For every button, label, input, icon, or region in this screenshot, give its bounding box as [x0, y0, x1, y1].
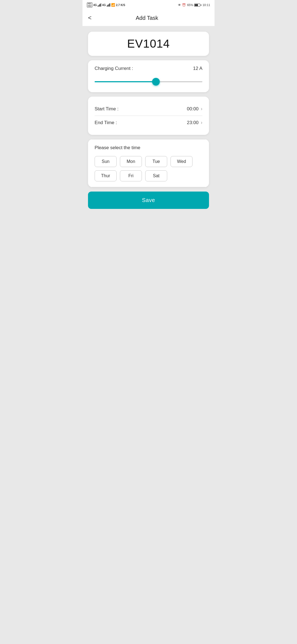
slider-container[interactable]: [95, 77, 202, 87]
status-right: 👁 ⏰ 65% 10:11: [178, 3, 210, 7]
hd-badge: HD1 HD2: [87, 2, 92, 7]
network2-icon: 4G: [102, 4, 106, 7]
start-time-label: Start Time :: [95, 106, 119, 112]
end-time-label: End Time :: [95, 120, 117, 125]
device-id-card: EV1014: [88, 32, 209, 56]
save-button[interactable]: Save: [88, 192, 209, 209]
alarm-icon: ⏰: [182, 3, 186, 7]
start-time-value-row: 00:00 ›: [187, 106, 202, 112]
network-icon: 4G: [93, 4, 97, 7]
status-bar: HD1 HD2 4G 4G 📶 2.7 K/S 👁 ⏰ 65% 1: [82, 0, 215, 10]
charging-current-label: Charging Current :: [95, 66, 133, 71]
schedule-card: Please select the time SunMonTueWedThurF…: [88, 139, 209, 187]
signal-bars-2: [107, 3, 110, 7]
start-time-row[interactable]: Start Time : 00:00 ›: [95, 102, 202, 116]
eye-icon: 👁: [178, 3, 181, 7]
charging-current-value: 12 A: [193, 66, 202, 71]
page-title: Add Task: [94, 15, 200, 21]
main-content: EV1014 Charging Current : 12 A Start Tim…: [82, 26, 215, 217]
day-button-fri[interactable]: Fri: [120, 170, 142, 181]
wifi-icon: 📶: [111, 3, 115, 7]
start-time-chevron: ›: [201, 106, 202, 112]
battery-icon: [194, 4, 201, 7]
end-time-value: 23:00: [187, 120, 199, 125]
end-time-value-row: 23:00 ›: [187, 120, 202, 125]
speed-label: 2.7 K/S: [116, 4, 125, 7]
header: < Add Task: [82, 10, 215, 26]
time-card: Start Time : 00:00 › End Time : 23:00 ›: [88, 97, 209, 135]
end-time-chevron: ›: [201, 120, 202, 125]
day-button-thur[interactable]: Thur: [95, 170, 117, 181]
time-display: 10:11: [202, 3, 210, 7]
schedule-label: Please select the time: [95, 145, 202, 151]
charging-current-card: Charging Current : 12 A: [88, 60, 209, 92]
day-button-sun[interactable]: Sun: [95, 156, 117, 167]
day-button-tue[interactable]: Tue: [145, 156, 167, 167]
end-time-row[interactable]: End Time : 23:00 ›: [95, 116, 202, 129]
battery-percent: 65%: [187, 3, 193, 7]
back-button[interactable]: <: [88, 13, 94, 23]
current-header: Charging Current : 12 A: [95, 66, 202, 71]
day-button-sat[interactable]: Sat: [145, 170, 167, 181]
start-time-value: 00:00: [187, 106, 199, 112]
day-button-wed[interactable]: Wed: [170, 156, 193, 167]
signal-bars-1: [98, 3, 101, 7]
device-id: EV1014: [95, 37, 202, 50]
day-grid: SunMonTueWedThurFriSat: [95, 156, 202, 181]
day-button-mon[interactable]: Mon: [120, 156, 142, 167]
schedule-inner: Please select the time SunMonTueWedThurF…: [88, 139, 209, 187]
status-left: HD1 HD2 4G 4G 📶 2.7 K/S: [87, 2, 125, 7]
